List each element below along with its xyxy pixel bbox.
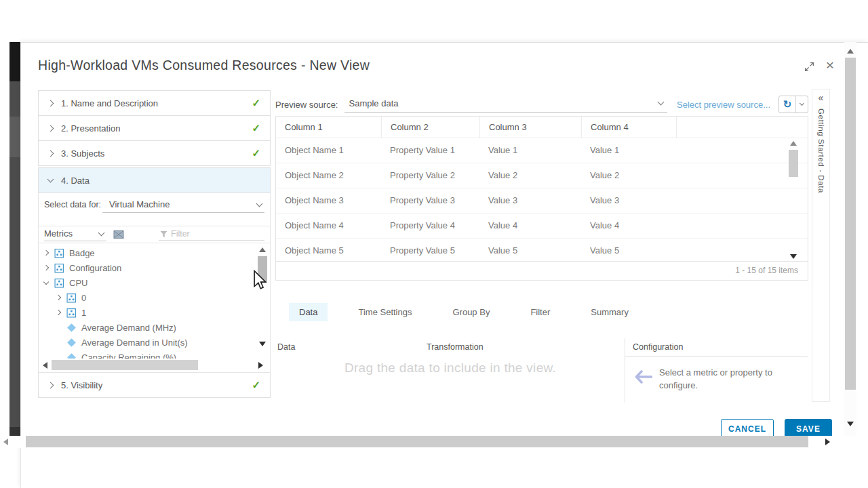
metric-tree: BadgeConfigurationCPU01Average Demand (M… — [39, 243, 270, 359]
refresh-split-button: ↻ — [778, 96, 808, 113]
step-item-4[interactable]: 4. Data — [38, 167, 271, 193]
select-preview-source-link[interactable]: Select preview source... — [677, 100, 770, 110]
scroll-down-arrow[interactable] — [259, 342, 266, 346]
chevron-down-icon — [658, 99, 665, 106]
scrollbar-thumb[interactable] — [845, 58, 856, 390]
tree-horizontal-scrollbar — [39, 360, 270, 371]
metric-filter-row: Metrics — [39, 226, 270, 243]
scroll-left-arrow[interactable] — [43, 362, 47, 369]
chevron-down-icon — [800, 101, 804, 106]
tab-summary[interactable]: Summary — [580, 303, 639, 321]
expand-dialog-icon[interactable] — [804, 62, 815, 73]
tab-time-settings[interactable]: Time Settings — [348, 303, 422, 321]
table-row[interactable]: Object Name 5Property Value 5Value 5Valu… — [276, 238, 808, 263]
transformation-column-header: Transformation — [427, 342, 484, 352]
scroll-down-arrow[interactable] — [847, 422, 854, 426]
column-header: Column 1 — [276, 117, 381, 138]
column-header: Column 4 — [581, 117, 676, 138]
tree-item-label: Badge — [69, 248, 95, 258]
tree-item-label: Capacity Remaining (%) — [81, 352, 176, 359]
table-cell: Value 2 — [581, 163, 676, 188]
table-cell: Object Name 2 — [276, 163, 381, 188]
data-category-dropdown[interactable]: Metrics — [44, 228, 106, 241]
table-cell: Object Name 4 — [276, 214, 381, 238]
refresh-icon[interactable]: ↻ — [779, 96, 796, 113]
data-column-header: Data — [277, 342, 295, 352]
metric-group-icon — [54, 248, 64, 258]
metric-picker-icon[interactable] — [113, 229, 124, 240]
chevron-right-icon — [47, 150, 54, 157]
adapter-type-dropdown[interactable]: Virtual Machine — [102, 198, 264, 213]
table-cell: Value 5 — [581, 239, 676, 263]
metric-group-icon — [66, 308, 77, 318]
scroll-right-arrow[interactable] — [258, 362, 263, 369]
scroll-down-arrow[interactable] — [790, 254, 797, 259]
getting-started-rail[interactable]: « Getting Started - Data — [812, 89, 830, 402]
tree-item[interactable]: Configuration — [39, 260, 270, 275]
step-label: 1. Name and Description — [61, 98, 252, 108]
step-item-1[interactable]: 1. Name and Description✓ — [38, 90, 271, 116]
tree-item[interactable]: 1 — [39, 305, 270, 320]
step-complete-check-icon: ✓ — [252, 379, 260, 391]
scrollbar-thumb[interactable] — [789, 150, 798, 177]
chevron-right-icon — [47, 125, 54, 131]
configuration-panel: Configuration Select a metric or propert… — [625, 338, 808, 403]
steps-accordion: 1. Name and Description✓2. Presentation✓… — [38, 90, 271, 398]
chevron-right-icon — [47, 100, 54, 106]
table-row[interactable]: Object Name 2Property Value 2Value 2Valu… — [276, 163, 808, 188]
table-row[interactable]: Object Name 3Property Value 3Value 3Valu… — [276, 188, 808, 213]
tree-vertical-scrollbar — [257, 247, 268, 346]
close-dialog-icon[interactable]: × — [823, 57, 837, 73]
screen: High-Workload VMs Consumed Resources - N… — [0, 0, 868, 488]
step-item-5[interactable]: 5. Visibility✓ — [38, 372, 271, 398]
tree-item[interactable]: Badge — [39, 245, 270, 260]
tree-item-label: Average Demand in Unit(s) — [81, 338, 188, 348]
tree-item[interactable]: Average Demand (MHz) — [39, 320, 270, 335]
scrollbar-thumb[interactable] — [52, 360, 198, 370]
refresh-options-dropdown[interactable] — [796, 96, 808, 113]
tree-filter — [159, 228, 264, 241]
table-row[interactable]: Object Name 1Property Value 1Value 1Valu… — [276, 138, 808, 163]
chevron-down-icon — [47, 176, 54, 183]
tree-filter-input[interactable] — [171, 229, 252, 239]
background-app-sidebar — [9, 42, 20, 436]
column-header: Column 3 — [479, 117, 581, 138]
scrollbar-thumb[interactable] — [26, 436, 808, 447]
preview-source-label: Preview source: — [275, 100, 338, 110]
scroll-left-arrow[interactable] — [3, 439, 8, 445]
tree-item[interactable]: CPU — [39, 275, 270, 290]
data-step-body: Select data for: Virtual Machine Metrics — [38, 192, 271, 373]
table-cell: Value 2 — [479, 163, 581, 188]
data-category-value: Metrics — [44, 228, 99, 239]
scroll-right-arrow[interactable] — [825, 439, 830, 445]
tree-item-label: 0 — [81, 293, 86, 303]
step-item-3[interactable]: 3. Subjects✓ — [38, 140, 271, 166]
select-data-for-label: Select data for: — [44, 198, 102, 210]
scroll-up-arrow[interactable] — [847, 49, 854, 54]
table-cell: Property Value 5 — [381, 239, 479, 263]
tree-item[interactable]: 0 — [39, 290, 270, 305]
collapse-panel-icon[interactable]: « — [818, 92, 824, 103]
tab-group-by[interactable]: Group By — [442, 303, 500, 321]
preview-source-combobox[interactable]: Sample data — [344, 97, 667, 113]
step-item-2[interactable]: 2. Presentation✓ — [38, 115, 271, 141]
table-cell: Object Name 1 — [276, 138, 381, 163]
table-row[interactable]: Object Name 4Property Value 4Value 4Valu… — [276, 213, 808, 238]
tab-filter[interactable]: Filter — [520, 303, 560, 321]
table-cell: Property Value 1 — [381, 138, 479, 163]
tree-item[interactable]: Average Demand in Unit(s) — [39, 335, 270, 350]
column-header: Column 2 — [381, 117, 479, 138]
configuration-header: Configuration — [625, 338, 808, 357]
scroll-up-arrow[interactable] — [790, 141, 797, 146]
metric-group-icon — [54, 263, 64, 273]
preview-source-value: Sample data — [349, 98, 658, 108]
scroll-up-arrow[interactable] — [259, 247, 266, 252]
step-complete-check-icon: ✓ — [252, 147, 260, 159]
table-cell: Value 1 — [581, 138, 676, 163]
metric-group-icon — [66, 293, 77, 303]
page-horizontal-scrollbar — [0, 436, 845, 448]
tab-data[interactable]: Data — [289, 303, 328, 321]
table-items-count: 1 - 15 of 15 items — [276, 261, 808, 280]
tree-item[interactable]: Capacity Remaining (%) — [39, 350, 270, 359]
preview-table: Column 1Column 2Column 3Column 4 Object … — [275, 116, 808, 281]
